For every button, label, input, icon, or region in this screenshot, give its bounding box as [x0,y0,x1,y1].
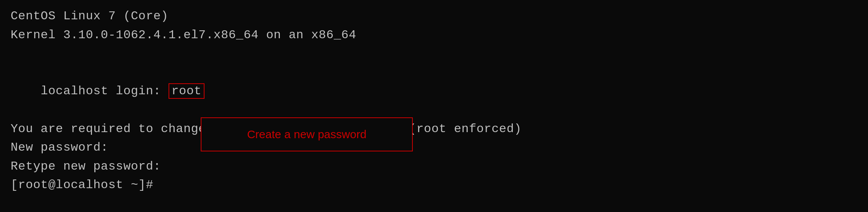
terminal-line-1: CentOS Linux 7 (Core) [11,7,857,26]
terminal-line-blank [11,44,857,63]
terminal-line-login: localhost login: root [11,63,857,120]
root-highlight: root [169,83,205,99]
terminal-line-prompt: [root@localhost ~]# [11,176,857,195]
terminal-window: CentOS Linux 7 (Core) Kernel 3.10.0-1062… [0,0,868,212]
terminal-line-2: Kernel 3.10.0-1062.4.1.el7.x86_64 on an … [11,26,857,45]
terminal-line-retype-password: Retype new password: [11,157,857,176]
login-prompt-text: localhost login: [41,84,168,98]
annotation-label: Create a new password [247,128,366,141]
terminal-line-password-req: You are required to change your password… [11,120,857,139]
terminal-line-new-password: New password: [11,138,857,157]
create-password-annotation[interactable]: Create a new password [201,117,413,151]
